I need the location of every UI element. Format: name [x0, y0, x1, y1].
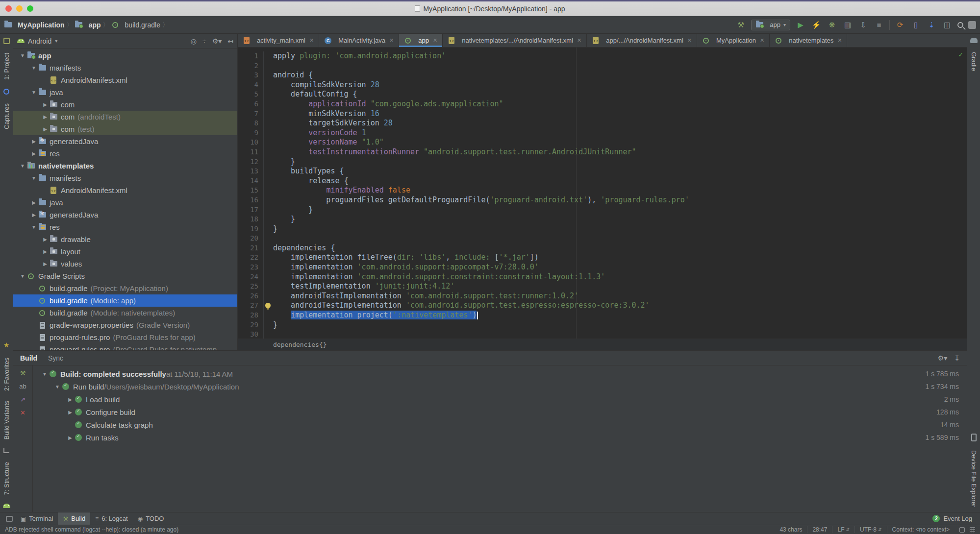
tab-nativetemplates[interactable]: nativetemplates✕	[770, 34, 847, 47]
tree-row[interactable]: ‹›AndroidManifest.xml	[13, 74, 237, 86]
tree-row[interactable]: ▶com(androidTest)	[13, 111, 237, 123]
tool-build-variants[interactable]: Build Variants	[3, 401, 10, 439]
chevron-expanded-icon[interactable]: ▼	[18, 53, 27, 58]
tab-MainActivity.java[interactable]: CMainActivity.java✕	[319, 34, 399, 47]
tree-row[interactable]: ▶res	[13, 147, 237, 160]
code-line[interactable]: 16 proguardFiles getDefaultProguardFile(…	[238, 195, 967, 205]
close-icon[interactable]: ✕	[577, 37, 581, 44]
tree-row[interactable]: ▶com	[13, 98, 237, 111]
tree-row[interactable]: ▶com(test)	[13, 123, 237, 135]
tree-row[interactable]: ▶drawable	[13, 233, 237, 245]
code-line[interactable]: 2	[238, 61, 967, 71]
tree-row[interactable]: ▼res	[13, 221, 237, 233]
build-row[interactable]: ▶Run tasks1 s 589 ms	[33, 431, 967, 444]
build-row[interactable]: ▼Build: completed successfully at 11/5/1…	[33, 367, 967, 380]
status-item[interactable]: LF⇵	[832, 526, 854, 533]
notification-icon[interactable]	[959, 527, 965, 533]
code-line[interactable]: 12 }	[238, 157, 967, 167]
tool-captures[interactable]: Captures	[3, 103, 10, 129]
tab-sync[interactable]: Sync	[48, 354, 63, 362]
chevron-collapsed-icon[interactable]: ▶	[41, 237, 50, 242]
sync-gradle-icon[interactable]: ⟳	[895, 21, 905, 29]
code-line[interactable]: 23 implementation 'com.android.support:a…	[238, 263, 967, 272]
export-icon[interactable]: ↗	[20, 396, 25, 403]
close-icon[interactable]: ✕	[837, 37, 842, 44]
chevron-expanded-icon[interactable]: ▼	[40, 371, 50, 377]
code-line[interactable]: 10 versionName "1.0"	[238, 138, 967, 147]
chevron-collapsed-icon[interactable]: ▶	[41, 102, 50, 107]
tree-row[interactable]: ▼manifests	[13, 62, 237, 74]
status-item[interactable]: 28:47	[807, 526, 832, 533]
code-line[interactable]: 1apply plugin: 'com.android.application'	[238, 51, 967, 61]
tab-app[interactable]: app✕	[399, 34, 443, 47]
tree-row[interactable]: proguard-rules.pro(ProGuard Rules for na…	[13, 343, 237, 350]
tree-row[interactable]: ▼app	[13, 49, 237, 62]
chevron-down-icon[interactable]: ▾	[55, 38, 57, 44]
chevron-collapsed-icon[interactable]: ▶	[65, 410, 75, 415]
code-line[interactable]: 27 androidTestImplementation 'com.androi…	[238, 301, 967, 311]
code-line[interactable]: 6 applicationId "com.google.ads.myapplic…	[238, 99, 967, 109]
hide-panel-icon[interactable]: ↤	[227, 37, 233, 45]
tab-nativetemplates/.../AndroidManifest.xml[interactable]: ‹›nativetemplates/.../AndroidManifest.xm…	[443, 34, 587, 47]
code-line[interactable]: 18 }	[238, 215, 967, 224]
code-line[interactable]: 3android {	[238, 71, 967, 80]
tab-activity_main.xml[interactable]: ‹›activity_main.xml✕	[238, 34, 319, 47]
close-icon[interactable]: ✕	[20, 409, 25, 416]
code-line[interactable]: 22 implementation fileTree(dir: 'libs', …	[238, 253, 967, 263]
close-icon[interactable]: ✕	[389, 37, 394, 44]
build-hammer-icon[interactable]: ⚒	[735, 21, 746, 29]
close-icon[interactable]: ✕	[687, 37, 692, 44]
chevron-collapsed-icon[interactable]: ▶	[29, 212, 38, 218]
build-row[interactable]: Calculate task graph14 ms	[33, 418, 967, 431]
status-item[interactable]: Context: <no context>	[887, 526, 955, 533]
code-line[interactable]: 21dependencies {	[238, 243, 967, 253]
profile-avatar-icon[interactable]	[968, 21, 976, 29]
view-options-icon[interactable]: ⚙▾	[212, 37, 222, 45]
chevron-expanded-icon[interactable]: ▼	[18, 273, 27, 279]
attach-debugger-icon[interactable]: ⇩	[858, 21, 869, 29]
tree-row[interactable]: ▶java	[13, 196, 237, 209]
chevron-collapsed-icon[interactable]: ▶	[41, 126, 50, 132]
tree-row[interactable]: ▶generatedJava	[13, 135, 237, 147]
debug-icon[interactable]: ❋	[827, 21, 837, 29]
close-icon[interactable]: ✕	[760, 37, 764, 44]
tree-row[interactable]: ▼nativetemplates	[13, 160, 237, 172]
avd-manager-icon[interactable]: ▯	[910, 21, 921, 29]
tool-structure[interactable]: 7: Structure	[3, 462, 10, 495]
tab-build[interactable]: Build	[20, 354, 37, 362]
collapse-panel-icon[interactable]: ↧	[954, 354, 960, 362]
chevron-collapsed-icon[interactable]: ▶	[41, 249, 50, 254]
code-line[interactable]: 19}	[238, 224, 967, 234]
build-row[interactable]: ▼Run build /Users/jweisbaum/Desktop/MyAp…	[33, 380, 967, 393]
tab-MyApplication[interactable]: MyApplication✕	[697, 34, 770, 47]
tool-window-button-Terminal[interactable]: ▣Terminal	[16, 512, 58, 525]
code-line[interactable]: 24 implementation 'com.android.support.c…	[238, 272, 967, 282]
tree-row[interactable]: ▼java	[13, 86, 237, 98]
chevron-collapsed-icon[interactable]: ▶	[41, 114, 50, 120]
tool-window-switcher-icon[interactable]	[6, 516, 13, 522]
close-icon[interactable]: ✕	[433, 37, 437, 44]
code-line[interactable]: 29}	[238, 320, 967, 330]
chevron-expanded-icon[interactable]: ▼	[29, 65, 38, 71]
code-line[interactable]: 20	[238, 234, 967, 243]
chevron-collapsed-icon[interactable]: ▶	[29, 200, 38, 205]
code-line[interactable]: 5 defaultConfig {	[238, 90, 967, 99]
code-line[interactable]: 11 testInstrumentationRunner "android.su…	[238, 147, 967, 157]
editor[interactable]: ✓ 1apply plugin: 'com.android.applicatio…	[238, 48, 967, 339]
tool-window-button-Build[interactable]: ⚒Build	[58, 512, 90, 525]
tool-gradle[interactable]: Gradle	[970, 52, 978, 71]
chevron-collapsed-icon[interactable]: ▶	[29, 151, 38, 156]
tool-project[interactable]: 1: Project	[3, 53, 10, 80]
run-icon[interactable]: ▶	[795, 21, 806, 29]
tool-window-button-6: Logcat[interactable]: ≡6: Logcat	[90, 512, 133, 525]
code-line[interactable]: 4 compileSdkVersion 28	[238, 80, 967, 90]
event-log-button[interactable]: 2 Event Log	[932, 515, 977, 522]
chevron-expanded-icon[interactable]: ▼	[29, 175, 38, 181]
run-config-dropdown[interactable]: app▾	[751, 20, 790, 30]
restart-build-icon[interactable]: ⚒	[20, 369, 26, 377]
stop-icon[interactable]: ■	[874, 21, 884, 29]
filter-text-icon[interactable]: ab	[19, 383, 26, 390]
breadcrumb-item-build.gradle[interactable]: build.gradle	[111, 21, 160, 29]
tab-app/.../AndroidManifest.xml[interactable]: ‹›app/.../AndroidManifest.xml✕	[587, 34, 697, 47]
tree-row[interactable]: ▼Gradle Scripts	[13, 270, 237, 282]
